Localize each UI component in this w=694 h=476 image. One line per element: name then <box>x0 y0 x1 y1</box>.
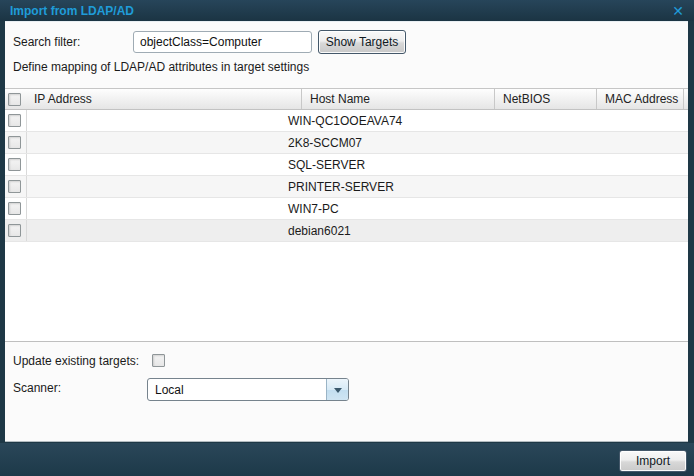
column-header-ip[interactable]: IP Address <box>27 89 301 109</box>
column-header-mac[interactable]: MAC Address <box>596 89 683 109</box>
cell-ip <box>27 198 279 219</box>
update-existing-label: Update existing targets: <box>13 354 139 368</box>
cell-netbios <box>472 220 574 241</box>
column-header-gutter <box>683 89 688 109</box>
row-checkbox[interactable] <box>8 224 21 237</box>
row-checkbox-cell <box>5 198 27 219</box>
cell-ip <box>27 176 279 197</box>
select-all-cell <box>5 89 27 109</box>
row-checkbox[interactable] <box>8 180 21 193</box>
dialog-footer: Import <box>0 443 694 476</box>
row-checkbox[interactable] <box>8 136 21 149</box>
import-ldap-dialog: Import from LDAP/AD ✕ Search filter: Sho… <box>0 0 694 476</box>
column-header-host[interactable]: Host Name <box>301 89 494 109</box>
cell-mac <box>574 220 661 241</box>
table-row[interactable]: debian6021 <box>5 220 688 242</box>
chevron-down-icon <box>334 388 342 397</box>
table-row[interactable]: PRINTER-SERVER <box>5 176 688 198</box>
row-checkbox-cell <box>5 220 27 241</box>
row-checkbox[interactable] <box>8 114 21 127</box>
row-checkbox-cell <box>5 110 27 131</box>
cell-ip <box>27 110 279 131</box>
update-existing-checkbox[interactable] <box>152 354 165 367</box>
cell-host: 2K8-SCCM07 <box>279 132 472 153</box>
search-filter-label: Search filter: <box>13 35 80 49</box>
row-checkbox[interactable] <box>8 202 21 215</box>
cell-host: WIN-QC1OOEAVA74 <box>279 110 472 131</box>
table-row[interactable]: WIN7-PC <box>5 198 688 220</box>
dialog-title: Import from LDAP/AD <box>0 4 134 18</box>
column-header-netbios[interactable]: NetBIOS <box>494 89 596 109</box>
cell-host: SQL-SERVER <box>279 154 472 175</box>
cell-host: WIN7-PC <box>279 198 472 219</box>
row-checkbox[interactable] <box>8 158 21 171</box>
show-targets-button[interactable]: Show Targets <box>318 30 406 54</box>
cell-netbios <box>472 176 574 197</box>
import-button[interactable]: Import <box>619 450 687 472</box>
cell-mac <box>574 198 661 219</box>
cell-host: PRINTER-SERVER <box>279 176 472 197</box>
table-header: IP Address Host Name NetBIOS MAC Address <box>5 89 688 110</box>
cell-netbios <box>472 198 574 219</box>
cell-host: debian6021 <box>279 220 472 241</box>
dialog-body: Search filter: Show Targets Define mappi… <box>5 21 688 442</box>
close-icon[interactable]: ✕ <box>672 1 684 21</box>
cell-netbios <box>472 154 574 175</box>
cell-mac <box>574 176 661 197</box>
select-all-checkbox[interactable] <box>8 93 21 106</box>
search-filter-input[interactable] <box>133 31 312 53</box>
scanner-dropdown[interactable]: Local <box>147 378 349 401</box>
cell-ip <box>27 220 279 241</box>
row-checkbox-cell <box>5 132 27 153</box>
targets-table: IP Address Host Name NetBIOS MAC Address… <box>5 88 688 342</box>
scanner-label: Scanner: <box>13 381 61 395</box>
table-row[interactable]: WIN-QC1OOEAVA74 <box>5 110 688 132</box>
cell-netbios <box>472 110 574 131</box>
dialog-titlebar: Import from LDAP/AD ✕ <box>0 0 694 21</box>
table-row[interactable]: SQL-SERVER <box>5 154 688 176</box>
cell-ip <box>27 154 279 175</box>
cell-mac <box>574 132 661 153</box>
row-checkbox-cell <box>5 176 27 197</box>
row-checkbox-cell <box>5 154 27 175</box>
table-row[interactable]: 2K8-SCCM07 <box>5 132 688 154</box>
cell-netbios <box>472 132 574 153</box>
cell-mac <box>574 154 661 175</box>
dropdown-arrow-button[interactable] <box>326 379 348 400</box>
cell-mac <box>574 110 661 131</box>
cell-ip <box>27 132 279 153</box>
scanner-selected-value: Local <box>148 383 326 397</box>
mapping-description: Define mapping of LDAP/AD attributes in … <box>13 60 309 74</box>
